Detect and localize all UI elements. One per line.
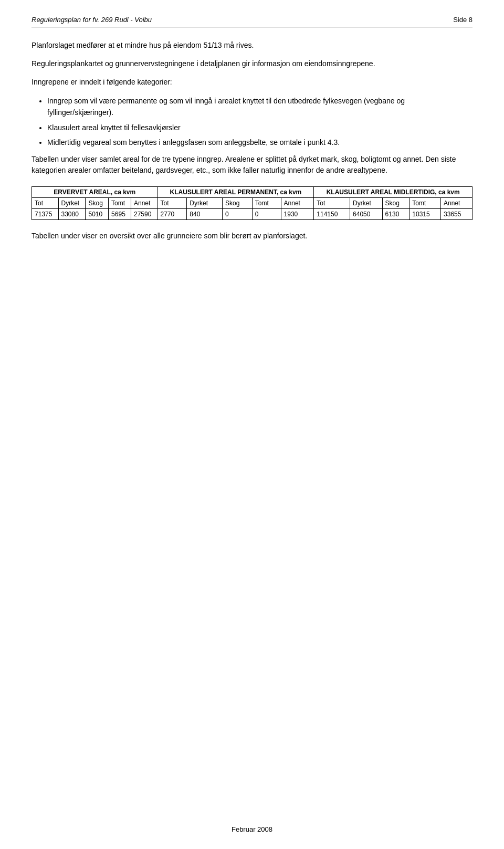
data-cell-2: 5010	[86, 208, 109, 219]
data-cell-6: 840	[187, 208, 223, 219]
bullet-list: Inngrep som vil være permanente og som v…	[47, 95, 472, 149]
page-footer: Februar 2008	[0, 825, 504, 833]
footer-text: Februar 2008	[232, 825, 272, 833]
col-header-2: Skog	[86, 197, 109, 208]
col-header-13: Tomt	[410, 197, 441, 208]
table-body: 7137533080501056952759027708400019301141…	[32, 208, 472, 219]
col-header-4: Annet	[131, 197, 158, 208]
col-header-6: Dyrket	[187, 197, 223, 208]
data-cell-14: 33655	[441, 208, 472, 219]
col-header-0: Tot	[32, 197, 59, 208]
group1-header: ERVERVET AREAL, ca kvm	[32, 186, 158, 197]
data-cell-4: 27590	[131, 208, 158, 219]
col-header-8: Tomt	[252, 197, 281, 208]
col-header-14: Annet	[441, 197, 472, 208]
data-cell-10: 114150	[314, 208, 350, 219]
data-cell-11: 64050	[350, 208, 383, 219]
data-cell-9: 1930	[281, 208, 314, 219]
data-cell-0: 71375	[32, 208, 59, 219]
data-cell-13: 10315	[410, 208, 441, 219]
group2-header: KLAUSULERT AREAL PERMANENT, ca kvm	[158, 186, 314, 197]
col-header-9: Annet	[281, 197, 314, 208]
header-title: Reguleringsplan for fv. 269 Rudi - Volbu	[32, 16, 152, 24]
table-row: 7137533080501056952759027708400019301141…	[32, 208, 472, 219]
paragraph-1: Planforslaget medfører at et mindre hus …	[32, 40, 472, 51]
data-cell-3: 5695	[109, 208, 131, 219]
paragraph-5: Tabellen under viser en oversikt over al…	[32, 230, 472, 242]
page-header: Reguleringsplan for fv. 269 Rudi - Volbu…	[32, 16, 472, 27]
paragraph-4: Tabellen under viser samlet areal for de…	[32, 154, 472, 176]
col-header-row: TotDyrketSkogTomtAnnetTotDyrketSkogTomtA…	[32, 197, 472, 208]
data-cell-7: 0	[222, 208, 252, 219]
bullet-item-1: Inngrep som vil være permanente og som v…	[47, 95, 472, 119]
col-header-5: Tot	[158, 197, 187, 208]
paragraph-2: Reguleringsplankartet og grunnervervsteg…	[32, 58, 472, 69]
header-page: Side 8	[453, 16, 472, 24]
data-cell-8: 0	[252, 208, 281, 219]
bullet-item-3: Midlertidig vegareal som benyttes i anle…	[47, 137, 472, 148]
data-cell-1: 33080	[58, 208, 86, 219]
col-header-1: Dyrket	[58, 197, 86, 208]
col-header-3: Tomt	[109, 197, 131, 208]
group3-header: KLAUSULERT AREAL MIDLERTIDIG, ca kvm	[314, 186, 472, 197]
col-header-11: Dyrket	[350, 197, 383, 208]
data-cell-12: 6130	[382, 208, 410, 219]
col-header-10: Tot	[314, 197, 350, 208]
paragraph-3-intro: Inngrepene er inndelt i følgende kategor…	[32, 77, 472, 88]
col-header-7: Skog	[222, 197, 252, 208]
col-header-12: Skog	[382, 197, 410, 208]
area-table: ERVERVET AREAL, ca kvm KLAUSULERT AREAL …	[32, 186, 472, 220]
area-table-section: ERVERVET AREAL, ca kvm KLAUSULERT AREAL …	[32, 186, 472, 220]
data-cell-5: 2770	[158, 208, 187, 219]
bullet-item-2: Klausulert areal knyttet til fellesavkjø…	[47, 122, 472, 133]
